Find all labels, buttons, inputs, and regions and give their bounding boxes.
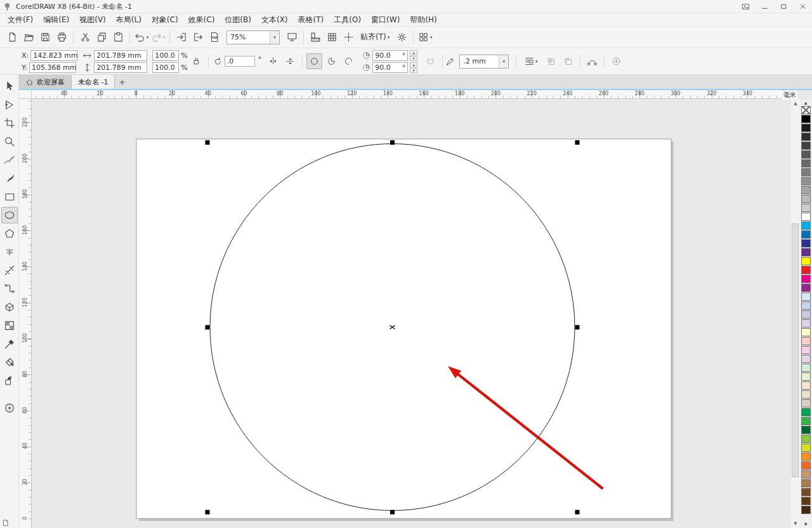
- zoom-level-select[interactable]: 75%▾: [226, 30, 280, 44]
- print-button[interactable]: [53, 29, 70, 46]
- save-document-button[interactable]: [37, 29, 53, 46]
- scroll-up-icon[interactable]: ▲: [791, 99, 800, 108]
- h-ruler[interactable]: 4020020406080100120140160180200220240260…: [32, 90, 790, 99]
- end-angle-field[interactable]: 90.0°: [372, 62, 408, 73]
- color-swatch[interactable]: [801, 390, 811, 399]
- menu-item-10[interactable]: 窗口(W): [366, 13, 405, 27]
- color-swatch[interactable]: [801, 275, 811, 283]
- color-swatch[interactable]: [801, 168, 811, 176]
- menu-item-5[interactable]: 效果(C): [183, 13, 220, 27]
- smart-fill-tool-button[interactable]: [1, 373, 18, 389]
- menu-item-4[interactable]: 对象(C): [147, 13, 183, 27]
- cut-button[interactable]: [77, 29, 93, 46]
- application-launcher-caret-icon[interactable]: ▾: [430, 35, 433, 40]
- start-angle-spinner[interactable]: ▴▾: [410, 50, 417, 61]
- change-direction-button[interactable]: [422, 53, 438, 69]
- ellipse-tool-button[interactable]: [1, 207, 18, 223]
- snap-to-menu[interactable]: 贴齐(T)▾: [357, 29, 393, 46]
- import-button[interactable]: [173, 29, 190, 46]
- redo-caret-icon[interactable]: ▾: [163, 35, 166, 40]
- extrude-tool-button[interactable]: [1, 299, 18, 315]
- menu-item-7[interactable]: 文本(X): [256, 13, 293, 27]
- scale-v-field[interactable]: 100.0: [152, 62, 179, 73]
- ruler-origin-corner[interactable]: [19, 90, 32, 99]
- quick-customize-button[interactable]: [608, 53, 624, 69]
- color-swatch[interactable]: [801, 337, 811, 345]
- text-tool-button[interactable]: [1, 244, 18, 260]
- tab-welcome-screen[interactable]: 欢迎屏幕: [19, 75, 72, 89]
- titlebar-extra-button[interactable]: [736, 0, 755, 13]
- wrap-text-button[interactable]: ▾: [520, 53, 542, 69]
- menu-item-6[interactable]: 位图(B): [219, 13, 256, 27]
- convert-to-curves-button[interactable]: [584, 53, 600, 69]
- color-swatch[interactable]: [801, 159, 811, 168]
- color-swatch[interactable]: [801, 239, 811, 248]
- color-swatch[interactable]: [801, 230, 811, 239]
- color-swatch[interactable]: [801, 470, 811, 478]
- pie-mode-button[interactable]: [324, 53, 339, 69]
- shape-tool-button[interactable]: [1, 96, 18, 113]
- color-swatch[interactable]: [801, 257, 811, 265]
- options-button[interactable]: [393, 29, 410, 46]
- minimize-button[interactable]: [755, 0, 774, 13]
- transparency-tool-button[interactable]: [1, 317, 18, 334]
- color-swatch[interactable]: [801, 364, 811, 372]
- open-document-button[interactable]: [20, 29, 37, 46]
- color-swatch[interactable]: [801, 204, 811, 212]
- outline-width-caret-icon[interactable]: ▾: [499, 55, 508, 68]
- color-swatch[interactable]: [801, 408, 811, 416]
- paste-button[interactable]: [110, 29, 126, 46]
- freehand-tool-button[interactable]: [1, 152, 18, 168]
- color-swatch[interactable]: [801, 248, 811, 256]
- tab-untitled-1[interactable]: 未命名 -1: [72, 75, 115, 89]
- scroll-down-icon[interactable]: ▼: [791, 519, 800, 528]
- drawing-canvas[interactable]: [32, 99, 790, 528]
- application-launcher-button[interactable]: ▾: [417, 29, 433, 46]
- color-swatch[interactable]: [801, 426, 811, 434]
- mirror-horizontal-button[interactable]: [265, 53, 281, 69]
- full-screen-preview-button[interactable]: [284, 29, 300, 46]
- menu-item-3[interactable]: 布局(L): [111, 13, 147, 27]
- lock-ratio-button[interactable]: [188, 53, 204, 69]
- show-rulers-button[interactable]: [307, 29, 324, 46]
- menu-item-11[interactable]: 帮助(H): [405, 13, 442, 27]
- color-swatch[interactable]: [801, 346, 811, 354]
- new-document-button[interactable]: [4, 29, 20, 46]
- interactive-fill-tool-button[interactable]: [1, 354, 18, 371]
- object-height-field[interactable]: 201.789 mm: [94, 62, 147, 73]
- object-x-field[interactable]: 142.823 mm: [30, 50, 77, 61]
- rectangle-tool-button[interactable]: [1, 188, 18, 205]
- snap-caret-icon[interactable]: ▾: [388, 35, 390, 40]
- mirror-vertical-button[interactable]: [282, 53, 298, 69]
- selection-handle[interactable]: [390, 140, 395, 145]
- selection-handle[interactable]: [206, 510, 210, 515]
- menu-item-2[interactable]: 视图(V): [74, 13, 111, 27]
- undo-caret-icon[interactable]: ▾: [147, 35, 149, 40]
- color-swatch[interactable]: [801, 461, 811, 470]
- color-swatch[interactable]: [801, 444, 811, 452]
- color-swatch[interactable]: [801, 213, 811, 221]
- object-width-field[interactable]: 201.789 mm: [94, 50, 147, 61]
- show-guidelines-button[interactable]: [340, 29, 357, 46]
- undo-button[interactable]: ▾: [133, 29, 150, 46]
- to-back-button[interactable]: [560, 53, 576, 69]
- color-swatch[interactable]: [801, 328, 811, 336]
- zoom-caret-icon[interactable]: ▾: [270, 31, 279, 44]
- vertical-scrollbar[interactable]: ▲ ▼: [790, 99, 799, 528]
- zoom-tool-button[interactable]: [1, 133, 18, 150]
- artistic-media-tool-button[interactable]: [1, 170, 18, 187]
- color-swatch[interactable]: [801, 435, 811, 443]
- color-swatch[interactable]: [801, 497, 811, 505]
- color-swatch[interactable]: [801, 355, 811, 363]
- color-swatch[interactable]: [801, 177, 811, 185]
- publish-pdf-button[interactable]: [206, 29, 223, 46]
- pick-tool-button[interactable]: [1, 78, 18, 95]
- selection-handle[interactable]: [390, 510, 395, 515]
- color-swatch[interactable]: [801, 310, 811, 319]
- selection-handle[interactable]: [206, 140, 210, 145]
- color-swatch[interactable]: [801, 452, 811, 461]
- color-swatch[interactable]: [801, 221, 811, 230]
- color-swatch[interactable]: [801, 115, 811, 123]
- customize-toolbox-button[interactable]: [1, 400, 18, 416]
- close-button[interactable]: [793, 0, 812, 13]
